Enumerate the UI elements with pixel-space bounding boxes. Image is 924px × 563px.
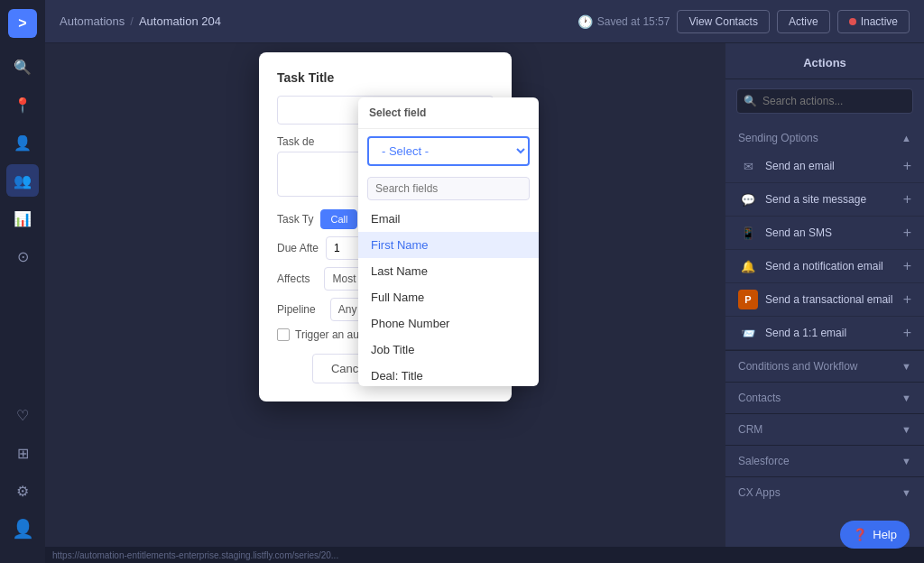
site-message-add-icon[interactable]: + xyxy=(903,191,911,208)
cx-apps-label: CX Apps xyxy=(738,486,781,499)
panel-title: Actions xyxy=(725,43,924,79)
action-one-to-one-email[interactable]: 📨 Send a 1:1 email + xyxy=(725,317,924,350)
sidebar-logo[interactable]: > xyxy=(8,9,37,38)
dropdown-item-email[interactable]: Email xyxy=(358,206,539,232)
sidebar: > 🔍 📍 👤 👥 📊 ⊙ ♡ ⊞ ⚙ 👤 xyxy=(0,0,45,563)
action-sms[interactable]: 📱 Send an SMS + xyxy=(725,217,924,250)
dropdown-header: Select field xyxy=(358,97,539,129)
main-content: Automations / Automation 204 🕐 Saved at … xyxy=(45,0,924,563)
one-to-one-email-add-icon[interactable]: + xyxy=(903,325,911,341)
notification-email-label: Send a notification email xyxy=(765,260,883,272)
sms-icon: 📱 xyxy=(738,223,758,243)
breadcrumb-separator: / xyxy=(130,14,134,28)
task-type-call[interactable]: Call xyxy=(320,209,357,229)
help-icon: ❓ xyxy=(853,528,867,541)
sidebar-icon-location[interactable]: 📍 xyxy=(6,88,39,121)
sidebar-icon-search[interactable]: 🔍 xyxy=(6,51,39,83)
salesforce-chevron-icon: ▼ xyxy=(901,456,911,466)
clock-icon: 🕐 xyxy=(578,14,593,29)
notification-email-icon: 🔔 xyxy=(738,256,758,276)
one-to-one-email-label: Send a 1:1 email xyxy=(765,327,846,339)
breadcrumb-current[interactable]: Automation 204 xyxy=(139,14,221,28)
section-salesforce: Salesforce ▼ xyxy=(725,445,924,476)
section-conditions: Conditions and Workflow ▼ xyxy=(725,350,924,382)
sidebar-icon-avatar[interactable]: 👤 xyxy=(6,512,39,545)
status-url: https://automation-entitlements-enterpri… xyxy=(52,550,338,560)
dropdown-item-jobtitle[interactable]: Job Title xyxy=(358,337,539,363)
section-contacts-header[interactable]: Contacts ▼ xyxy=(738,392,911,404)
dropdown-item-phone[interactable]: Phone Number xyxy=(358,310,539,337)
crm-label: CRM xyxy=(738,423,762,436)
saved-text: Saved at 15:57 xyxy=(597,15,670,28)
affects-label: Affects xyxy=(277,272,310,285)
active-button[interactable]: Active xyxy=(777,10,830,33)
section-sending-label: Sending Options xyxy=(738,132,818,144)
action-send-email[interactable]: ✉ Send an email + xyxy=(725,150,924,183)
transactional-email-label: Send a transactional email xyxy=(765,293,892,306)
breadcrumb-root[interactable]: Automations xyxy=(60,14,125,28)
field-dropdown: Select field - Select - Email First Name… xyxy=(358,97,539,386)
dropdown-item-deal-title[interactable]: Deal: Title xyxy=(358,363,539,386)
inactive-dot xyxy=(849,18,856,25)
help-label: Help xyxy=(873,528,897,541)
view-contacts-button[interactable]: View Contacts xyxy=(677,10,769,33)
search-actions-icon: 🔍 xyxy=(744,95,757,107)
send-email-label: Send an email xyxy=(765,160,835,172)
task-type-label: Task Ty xyxy=(277,213,313,226)
center-area: Task Title 👤 Task de Task Ty Call Email … xyxy=(45,43,725,547)
inactive-button[interactable]: Inactive xyxy=(837,10,910,33)
action-transactional-email[interactable]: P Send a transactional email + xyxy=(725,283,924,317)
trigger-checkbox[interactable] xyxy=(277,328,290,341)
right-panel: Actions 🔍 Sending Options ▲ ✉ Send an em… xyxy=(725,43,924,547)
dropdown-search-input[interactable] xyxy=(367,177,530,200)
status-bar: https://automation-entitlements-enterpri… xyxy=(45,547,924,563)
sidebar-icon-contacts[interactable]: 👥 xyxy=(6,164,39,197)
section-contacts: Contacts ▼ xyxy=(725,382,924,413)
dropdown-select[interactable]: - Select - xyxy=(367,136,530,166)
sidebar-icon-chart[interactable]: 📊 xyxy=(6,202,39,235)
dropdown-item-firstname[interactable]: First Name xyxy=(358,232,539,258)
conditions-chevron-icon: ▼ xyxy=(901,361,911,372)
one-to-one-email-icon: 📨 xyxy=(738,323,758,343)
sms-add-icon[interactable]: + xyxy=(903,225,911,241)
action-notification-email[interactable]: 🔔 Send a notification email + xyxy=(725,250,924,283)
salesforce-label: Salesforce xyxy=(738,455,790,467)
section-salesforce-header[interactable]: Salesforce ▼ xyxy=(738,455,911,467)
sms-label: Send an SMS xyxy=(765,226,832,239)
section-crm: CRM ▼ xyxy=(725,413,924,445)
content-area: Task Title 👤 Task de Task Ty Call Email … xyxy=(45,43,924,547)
cx-apps-chevron-icon: ▼ xyxy=(901,487,911,498)
crm-chevron-icon: ▼ xyxy=(901,424,911,435)
due-after-label: Due Afte xyxy=(277,242,319,254)
site-message-icon: 💬 xyxy=(738,189,758,209)
sidebar-icon-grid[interactable]: ⊞ xyxy=(6,437,39,469)
contacts-label: Contacts xyxy=(738,392,781,404)
section-sending-options[interactable]: Sending Options ▲ xyxy=(725,123,924,150)
sidebar-icon-circle[interactable]: ⊙ xyxy=(6,240,39,272)
sidebar-icon-user[interactable]: 👤 xyxy=(6,126,39,159)
site-message-label: Send a site message xyxy=(765,193,866,206)
sidebar-icon-heart[interactable]: ♡ xyxy=(6,399,39,431)
send-email-add-icon[interactable]: + xyxy=(903,158,911,174)
search-actions-input[interactable] xyxy=(736,88,913,114)
help-button[interactable]: ❓ Help xyxy=(840,521,910,549)
section-cx-apps-header[interactable]: CX Apps ▼ xyxy=(738,486,911,499)
section-cx-apps: CX Apps ▼ xyxy=(725,476,924,508)
search-actions-wrapper: 🔍 xyxy=(736,88,913,114)
action-site-message[interactable]: 💬 Send a site message + xyxy=(725,183,924,217)
topbar: Automations / Automation 204 🕐 Saved at … xyxy=(45,0,924,43)
sidebar-icon-gear[interactable]: ⚙ xyxy=(6,475,39,507)
section-crm-header[interactable]: CRM ▼ xyxy=(738,423,911,436)
notification-email-add-icon[interactable]: + xyxy=(903,258,911,274)
dropdown-list: Email First Name Last Name Full Name Pho… xyxy=(358,206,539,386)
section-conditions-header[interactable]: Conditions and Workflow ▼ xyxy=(738,360,911,373)
sending-chevron-icon: ▲ xyxy=(901,133,911,143)
pipeline-label: Pipeline xyxy=(277,303,316,316)
dropdown-item-lastname[interactable]: Last Name xyxy=(358,258,539,284)
send-email-icon: ✉ xyxy=(738,156,758,176)
contacts-chevron-icon: ▼ xyxy=(901,392,911,403)
transactional-email-add-icon[interactable]: + xyxy=(903,291,911,308)
transactional-email-badge: P xyxy=(738,290,758,309)
conditions-label: Conditions and Workflow xyxy=(738,360,858,373)
dropdown-item-fullname[interactable]: Full Name xyxy=(358,284,539,310)
